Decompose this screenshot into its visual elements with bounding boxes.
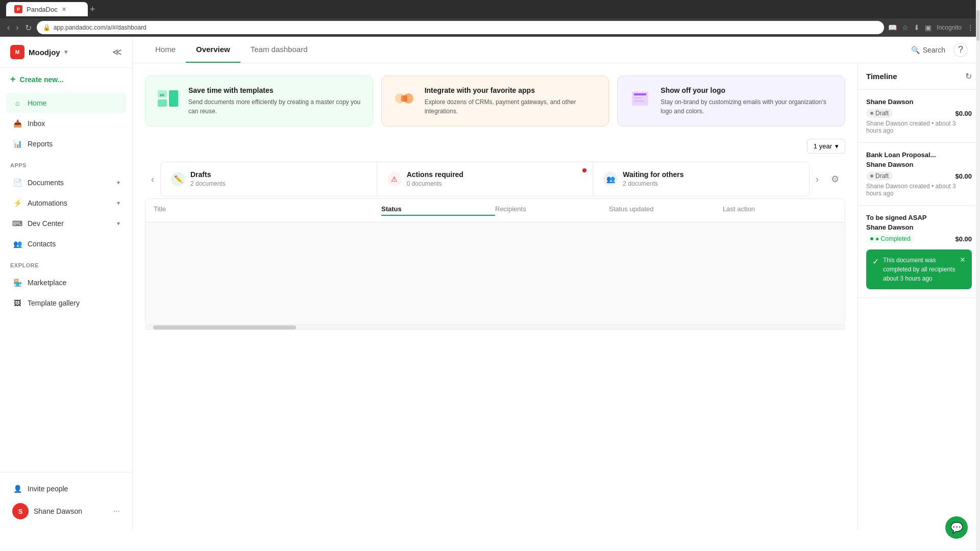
- search-button[interactable]: 🔍 Search: [911, 46, 945, 54]
- sidebar-contacts-label: Contacts: [28, 240, 56, 248]
- tab-home[interactable]: Home: [145, 37, 186, 63]
- marketplace-icon: 🏪: [12, 278, 22, 288]
- sidebar-item-contacts[interactable]: 👥 Contacts: [6, 234, 126, 254]
- download-button[interactable]: ⬇: [914, 23, 920, 32]
- header-actions: 🔍 Search ?: [911, 43, 968, 57]
- sidebar-item-reports[interactable]: 📊 Reports: [6, 134, 126, 154]
- drafts-tab-count: 2 documents: [190, 180, 226, 187]
- invite-icon: 👤: [12, 484, 22, 494]
- new-tab-button[interactable]: +: [90, 4, 95, 15]
- table-header: Title Status Recipients Status updated L…: [145, 199, 845, 222]
- sidebar-item-documents[interactable]: 📄 Documents ▾: [6, 172, 126, 193]
- sidebar-reports-label: Reports: [28, 140, 53, 148]
- promo-card-templates[interactable]: ## Save time with templates Send documen…: [145, 76, 373, 127]
- banner-text: This document was completed by all recip…: [883, 256, 955, 283]
- sidebar-inbox-label: Inbox: [28, 119, 45, 128]
- create-new-label: Create new...: [20, 76, 64, 84]
- period-value: 1 year: [814, 142, 832, 150]
- promo-card-templates-title: Save time with templates: [188, 86, 362, 94]
- address-box[interactable]: 🔒 app.pandadoc.com/a/#/dashboard: [37, 21, 885, 34]
- doc-tab-waiting[interactable]: 👥 Waiting for others 2 documents: [593, 162, 809, 196]
- collapse-sidebar-button[interactable]: ≪: [112, 46, 122, 58]
- doc-tab-prev-button[interactable]: ‹: [145, 174, 160, 185]
- apps-section-label: APPS: [0, 156, 132, 170]
- sidebar-item-home[interactable]: ⌂ Home: [6, 93, 126, 113]
- sidebar: M Moodjoy ▾ ≪ + Create new... ⌂ Home 📥 I…: [0, 37, 133, 530]
- doc-tab-actions[interactable]: ⚠ Actions required 0 documents: [377, 162, 594, 196]
- doc-tab-drafts[interactable]: ✏️ Drafts 2 documents: [161, 162, 377, 196]
- svg-text:##: ##: [160, 93, 164, 97]
- period-dropdown-icon: ▾: [835, 142, 839, 150]
- sidebar-item-marketplace[interactable]: 🏪 Marketplace: [6, 272, 126, 293]
- svg-rect-9: [634, 97, 642, 98]
- branding-promo-icon: [628, 86, 652, 115]
- timeline-item-3-status: ● Completed: [866, 234, 915, 243]
- search-label: Search: [923, 46, 945, 54]
- user-more-icon: ···: [113, 507, 120, 516]
- plus-icon: +: [10, 74, 16, 85]
- col-status[interactable]: Status: [381, 205, 495, 216]
- forward-button[interactable]: ›: [15, 23, 19, 32]
- back-button[interactable]: ‹: [6, 23, 11, 32]
- promo-card-branding[interactable]: Show off your logo Stay on-brand by cust…: [617, 76, 845, 127]
- sidebar-marketplace-label: Marketplace: [28, 279, 66, 287]
- promo-card-integrations[interactable]: Integrate with your favorite apps Explor…: [381, 76, 609, 127]
- contacts-icon: 👥: [12, 239, 22, 249]
- drafts-tab-text: Drafts 2 documents: [190, 170, 226, 188]
- page-header: Home Overview Team dashboard 🔍 Search ?: [133, 37, 980, 63]
- horizontal-scrollbar[interactable]: [145, 325, 845, 330]
- timeline-item-3-amount: $0.00: [955, 235, 972, 243]
- timeline-item-1-amount: $0.00: [955, 110, 972, 117]
- promo-card-templates-desc: Send documents more efficiently by creat…: [188, 97, 362, 116]
- sidebar-toggle-button[interactable]: ▣: [925, 23, 932, 32]
- promo-card-integrations-title: Integrate with your favorite apps: [425, 86, 599, 94]
- sidebar-item-template-gallery[interactable]: 🖼 Template gallery: [6, 293, 126, 313]
- empty-state: [145, 222, 845, 284]
- create-new-section: + Create new...: [0, 68, 132, 91]
- promo-card-branding-text: Show off your logo Stay on-brand by cust…: [660, 86, 835, 116]
- reload-button[interactable]: ↻: [24, 23, 33, 33]
- pandadoc-tab-icon: P: [14, 5, 22, 13]
- user-profile-item[interactable]: S Shane Dawson ···: [6, 499, 126, 523]
- help-button[interactable]: ?: [953, 43, 968, 57]
- tab-team-dashboard[interactable]: Team dashboard: [240, 37, 318, 63]
- col-recipients[interactable]: Recipients: [495, 205, 609, 216]
- actions-tab-icon: ⚠: [387, 172, 402, 186]
- sidebar-bottom: 👤 Invite people S Shane Dawson ···: [0, 472, 132, 530]
- explore-nav: 🏪 Marketplace 🖼 Template gallery: [0, 270, 132, 315]
- col-status-updated[interactable]: Status updated: [609, 205, 723, 216]
- sidebar-item-automations[interactable]: ⚡ Automations ▾: [6, 193, 126, 213]
- promo-card-templates-text: Save time with templates Send documents …: [188, 86, 362, 116]
- promo-card-branding-title: Show off your logo: [660, 86, 835, 94]
- brand-icon: M: [10, 45, 24, 59]
- main-nav: ⌂ Home 📥 Inbox 📊 Reports: [0, 91, 132, 156]
- sidebar-item-devcenter[interactable]: ⌨ Dev Center ▾: [6, 213, 126, 234]
- bookmark-button[interactable]: ☆: [902, 23, 909, 32]
- create-new-button[interactable]: + Create new...: [10, 74, 63, 85]
- template-gallery-icon: 🖼: [12, 298, 22, 308]
- browser-tab[interactable]: P PandaDoc ✕: [6, 2, 88, 16]
- sidebar-template-gallery-label: Template gallery: [28, 299, 80, 307]
- timeline-scrollbar[interactable]: [976, 63, 980, 530]
- doc-tabs-settings-button[interactable]: ⚙: [825, 173, 845, 185]
- menu-button[interactable]: ⋮: [967, 23, 974, 32]
- timeline-item-2-amount: $0.00: [955, 172, 972, 180]
- close-banner-button[interactable]: ✕: [960, 256, 966, 264]
- reading-mode-button[interactable]: 📖: [888, 23, 897, 32]
- sidebar-item-invite[interactable]: 👤 Invite people: [6, 479, 126, 499]
- sidebar-automations-label: Automations: [28, 199, 67, 207]
- doc-tab-next-button[interactable]: ›: [810, 174, 825, 185]
- browser-tab-bar: P PandaDoc ✕ +: [0, 0, 980, 18]
- tab-overview[interactable]: Overview: [186, 37, 240, 63]
- app-container: M Moodjoy ▾ ≪ + Create new... ⌂ Home 📥 I…: [0, 37, 980, 530]
- main-content: Home Overview Team dashboard 🔍 Search ?: [133, 37, 980, 530]
- brand-logo-area[interactable]: M Moodjoy ▾: [10, 45, 67, 59]
- period-select[interactable]: 1 year ▾: [807, 139, 845, 154]
- close-tab-button[interactable]: ✕: [62, 6, 66, 13]
- col-last-action[interactable]: Last action: [723, 205, 837, 216]
- timeline-item-1-user: Shane Dawson: [866, 98, 972, 106]
- timeline-item-2-user: Shane Dawson: [866, 161, 972, 168]
- timeline-refresh-button[interactable]: ↻: [965, 71, 972, 81]
- svg-rect-10: [634, 101, 644, 102]
- sidebar-item-inbox[interactable]: 📥 Inbox: [6, 113, 126, 134]
